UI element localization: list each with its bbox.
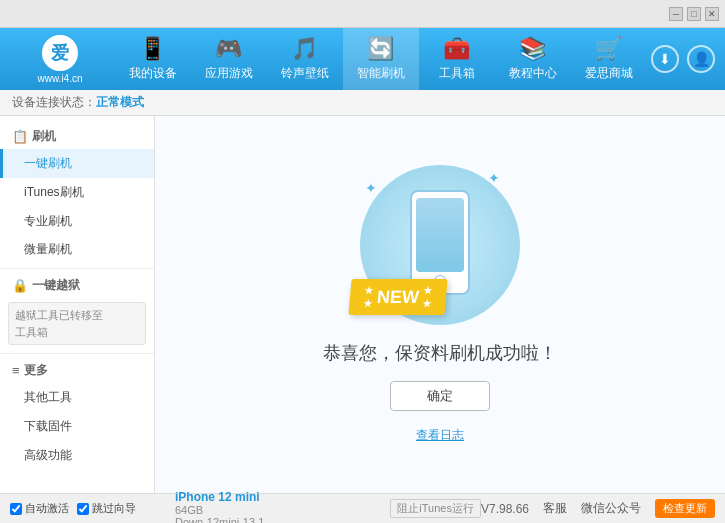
- phone-illustration: ✦ ✦ ✦ ★ ★ NEW ★ ★: [350, 165, 530, 325]
- download-button[interactable]: ⬇: [651, 45, 679, 73]
- status-value: 正常模式: [96, 94, 144, 111]
- sidebar-section-flash: 📋 刷机: [0, 124, 154, 149]
- title-bar: ─ □ ✕: [0, 0, 725, 28]
- itunes-flash-label: iTunes刷机: [24, 185, 84, 199]
- nav-my-device[interactable]: 📱 我的设备: [115, 28, 191, 90]
- logo-url: www.i4.cn: [37, 73, 82, 84]
- device-info-area: iPhone 12 mini 64GB Down-12mini-13,1: [165, 490, 390, 524]
- other-tools-label: 其他工具: [24, 390, 72, 404]
- sidebar-item-advanced[interactable]: 高级功能: [0, 441, 154, 470]
- auto-activate-label: 自动激活: [25, 501, 69, 516]
- minimize-button[interactable]: ─: [669, 7, 683, 21]
- sidebar-item-pro-flash[interactable]: 专业刷机: [0, 207, 154, 236]
- wechat-link[interactable]: 微信公众号: [581, 500, 641, 517]
- version-text: V7.98.66: [481, 502, 529, 516]
- nav-shop-label: 爱思商城: [585, 65, 633, 82]
- auto-activate-input[interactable]: [10, 503, 22, 515]
- jailbreak-notice: 越狱工具已转移至工具箱: [8, 302, 146, 345]
- device-name: iPhone 12 mini: [175, 490, 380, 504]
- sidebar-section-more: ≡ 更多: [0, 358, 154, 383]
- one-click-flash-label: 一键刷机: [24, 156, 72, 170]
- device-storage: 64GB: [175, 504, 380, 516]
- bottom-right: V7.98.66 客服 微信公众号 检查更新: [481, 499, 715, 518]
- sidebar-section-jailbreak: 🔒 一键越狱: [0, 273, 154, 298]
- itunes-block-button[interactable]: 阻止iTunes运行: [390, 499, 481, 518]
- logo-icon: 爱: [42, 35, 78, 71]
- check-update-button[interactable]: 检查更新: [655, 499, 715, 518]
- jailbreak-section-label: 一键越狱: [32, 277, 80, 294]
- skip-wizard-input[interactable]: [77, 503, 89, 515]
- badge-stars: ★ ★: [363, 285, 374, 309]
- nav-tutorial[interactable]: 📚 教程中心: [495, 28, 571, 90]
- sidebar-item-itunes-flash[interactable]: iTunes刷机: [0, 178, 154, 207]
- sidebar-item-micro-flash[interactable]: 微量刷机: [0, 235, 154, 264]
- header-right: ⬇ 👤: [651, 45, 715, 73]
- nav-tools[interactable]: 🧰 工具箱: [419, 28, 495, 90]
- nav-my-device-label: 我的设备: [129, 65, 177, 82]
- customer-service-link[interactable]: 客服: [543, 500, 567, 517]
- badge-stars-right: ★ ★: [422, 285, 433, 309]
- sidebar-item-other-tools[interactable]: 其他工具: [0, 383, 154, 412]
- sidebar-item-download-firmware[interactable]: 下载固件: [0, 412, 154, 441]
- micro-flash-label: 微量刷机: [24, 242, 72, 256]
- success-area: ✦ ✦ ✦ ★ ★ NEW ★ ★: [323, 165, 557, 444]
- nav-flash-label: 智能刷机: [357, 65, 405, 82]
- sparkle-icon-2: ✦: [488, 170, 500, 186]
- main-layout: 📋 刷机 一键刷机 iTunes刷机 专业刷机 微量刷机 🔒 一键越狱 越狱工具…: [0, 116, 725, 493]
- skip-wizard-label: 跳过向导: [92, 501, 136, 516]
- more-section-icon: ≡: [12, 363, 20, 378]
- auto-activate-checkbox[interactable]: 自动激活: [10, 501, 69, 516]
- nav-flash[interactable]: 🔄 智能刷机: [343, 28, 419, 90]
- bottom-bar: 自动激活 跳过向导 iPhone 12 mini 64GB Down-12min…: [0, 493, 725, 523]
- jailbreak-section-icon: 🔒: [12, 278, 28, 293]
- nav-tutorial-label: 教程中心: [509, 65, 557, 82]
- new-badge-text: NEW: [376, 287, 420, 308]
- window-controls[interactable]: ─ □ ✕: [669, 7, 719, 21]
- flash-section-label: 刷机: [32, 128, 56, 145]
- sidebar-item-one-click-flash[interactable]: 一键刷机: [0, 149, 154, 178]
- view-logs-link[interactable]: 查看日志: [416, 427, 464, 444]
- success-text: 恭喜您，保资料刷机成功啦！: [323, 341, 557, 365]
- flash-icon: 🔄: [367, 36, 394, 62]
- tutorial-icon: 📚: [519, 36, 546, 62]
- apps-icon: 🎮: [215, 36, 242, 62]
- new-badge: ★ ★ NEW ★ ★: [348, 279, 447, 315]
- advanced-label: 高级功能: [24, 448, 72, 462]
- nav-ringtone-label: 铃声壁纸: [281, 65, 329, 82]
- sparkle-icon-1: ✦: [365, 180, 377, 196]
- nav-apps[interactable]: 🎮 应用游戏: [191, 28, 267, 90]
- my-device-icon: 📱: [139, 36, 166, 62]
- nav-tools-label: 工具箱: [439, 65, 475, 82]
- logo-area: 爱 www.i4.cn: [10, 35, 110, 84]
- nav-bar: 📱 我的设备 🎮 应用游戏 🎵 铃声壁纸 🔄 智能刷机 🧰 工具箱 📚 教程中心…: [110, 28, 651, 90]
- nav-ringtone[interactable]: 🎵 铃声壁纸: [267, 28, 343, 90]
- notice-text: 越狱工具已转移至工具箱: [15, 309, 103, 338]
- sidebar-divider-1: [0, 268, 154, 269]
- confirm-button[interactable]: 确定: [390, 381, 490, 411]
- shop-icon: 🛒: [595, 36, 622, 62]
- flash-section-icon: 📋: [12, 129, 28, 144]
- header: 爱 www.i4.cn 📱 我的设备 🎮 应用游戏 🎵 铃声壁纸 🔄 智能刷机 …: [0, 28, 725, 90]
- content-area: ✦ ✦ ✦ ★ ★ NEW ★ ★: [155, 116, 725, 493]
- nav-apps-label: 应用游戏: [205, 65, 253, 82]
- phone-screen: [416, 198, 464, 272]
- download-firmware-label: 下载固件: [24, 419, 72, 433]
- nav-shop[interactable]: 🛒 爱思商城: [571, 28, 647, 90]
- pro-flash-label: 专业刷机: [24, 214, 72, 228]
- ringtone-icon: 🎵: [291, 36, 318, 62]
- skip-wizard-checkbox[interactable]: 跳过向导: [77, 501, 136, 516]
- status-bar: 设备连接状态： 正常模式: [0, 90, 725, 116]
- tools-icon: 🧰: [443, 36, 470, 62]
- status-prefix: 设备连接状态：: [12, 94, 96, 111]
- maximize-button[interactable]: □: [687, 7, 701, 21]
- more-section-label: 更多: [24, 362, 48, 379]
- close-button[interactable]: ✕: [705, 7, 719, 21]
- sidebar-divider-2: [0, 353, 154, 354]
- bottom-left: 自动激活 跳过向导: [10, 501, 165, 516]
- device-model: Down-12mini-13,1: [175, 516, 380, 524]
- sidebar: 📋 刷机 一键刷机 iTunes刷机 专业刷机 微量刷机 🔒 一键越狱 越狱工具…: [0, 116, 155, 493]
- user-button[interactable]: 👤: [687, 45, 715, 73]
